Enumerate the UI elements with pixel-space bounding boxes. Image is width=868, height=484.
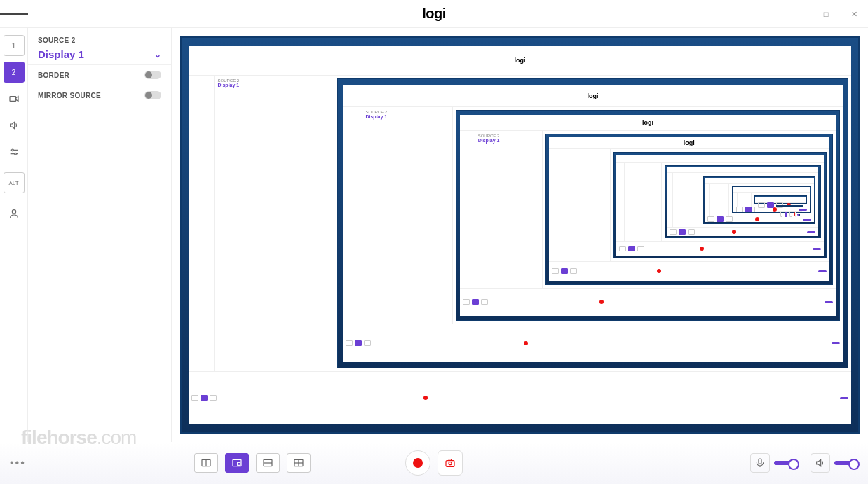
rail-scene-1[interactable]: 1 [4, 35, 25, 56]
source-value: Display 1 [38, 48, 84, 60]
scene-button-1[interactable] [194, 453, 218, 473]
main-layout: 1 2 ALT SOURCE 2 Display 1 ⌄ BORDER MIRR… [0, 28, 868, 442]
rail-scene-2[interactable]: 2 [4, 62, 25, 83]
speaker-control [811, 453, 858, 473]
mic-slider[interactable] [774, 461, 798, 465]
scene-button-3[interactable] [256, 453, 280, 473]
more-options[interactable]: ••• [10, 457, 26, 469]
nested-window: logiSOURCE 2Display 1logiSOURCE 2Display… [343, 85, 843, 362]
mirror-toggle[interactable] [144, 91, 161, 99]
source-panel: SOURCE 2 Display 1 ⌄ BORDER MIRROR SOURC… [28, 28, 172, 442]
camera-icon[interactable] [4, 88, 25, 109]
minimize-button[interactable]: — [784, 0, 812, 28]
svg-rect-0 [10, 97, 16, 102]
svg-point-4 [14, 153, 16, 155]
volume-slider[interactable] [834, 461, 858, 465]
settings-icon[interactable] [4, 141, 25, 163]
window-controls: — □ ✕ [784, 0, 868, 28]
rail-alt-button[interactable]: ALT [4, 172, 25, 193]
speaker-icon[interactable] [4, 115, 25, 136]
user-icon[interactable] [4, 203, 25, 224]
nested-window [733, 187, 810, 212]
display-capture: logiSOURCE 2Display 1logiSOURCE 2Display… [180, 36, 860, 434]
snapshot-button[interactable] [438, 450, 463, 476]
record-icon [413, 458, 423, 468]
border-row: BORDER [28, 64, 171, 85]
svg-point-5 [12, 210, 15, 214]
svg-rect-15 [446, 461, 454, 467]
left-rail: 1 2 ALT [0, 28, 28, 442]
record-button[interactable] [405, 450, 430, 476]
record-controls [405, 450, 463, 476]
titlebar: logi — □ ✕ [0, 0, 868, 28]
nested-window [705, 178, 813, 223]
volume-icon[interactable] [811, 453, 830, 473]
audio-controls [750, 453, 858, 473]
nested-window: logiSOURCE 2Display 1logiSOURCE 2Display… [189, 46, 852, 424]
menu-button[interactable] [0, 0, 28, 28]
border-label: BORDER [38, 71, 69, 79]
mic-control [750, 453, 798, 473]
svg-point-3 [11, 149, 13, 151]
scene-button-4[interactable] [287, 453, 311, 473]
mic-icon[interactable] [750, 453, 770, 473]
border-toggle[interactable] [144, 71, 161, 79]
nested-window [755, 197, 806, 203]
watermark: filehorse.com [21, 427, 136, 449]
mirror-row: MIRROR SOURCE [28, 85, 171, 105]
scene-button-2[interactable] [225, 453, 249, 473]
maximize-button[interactable]: □ [812, 0, 840, 28]
close-button[interactable]: ✕ [840, 0, 868, 28]
source-select[interactable]: Display 1 ⌄ [28, 44, 171, 64]
svg-rect-9 [237, 462, 240, 465]
source-number-label: SOURCE 2 [28, 36, 171, 44]
app-logo: logi [422, 6, 446, 22]
preview-area: logiSOURCE 2Display 1logiSOURCE 2Display… [172, 28, 868, 442]
nested-window: logiSOURCE 2Display 1logi [460, 115, 835, 315]
chevron-down-icon: ⌄ [154, 50, 161, 60]
nested-window [667, 167, 818, 236]
svg-point-16 [449, 462, 452, 465]
nested-window: logi [549, 137, 829, 281]
mirror-label: MIRROR SOURCE [38, 92, 101, 99]
svg-rect-17 [759, 459, 761, 464]
scene-switcher [194, 453, 311, 473]
nested-window [616, 155, 824, 256]
